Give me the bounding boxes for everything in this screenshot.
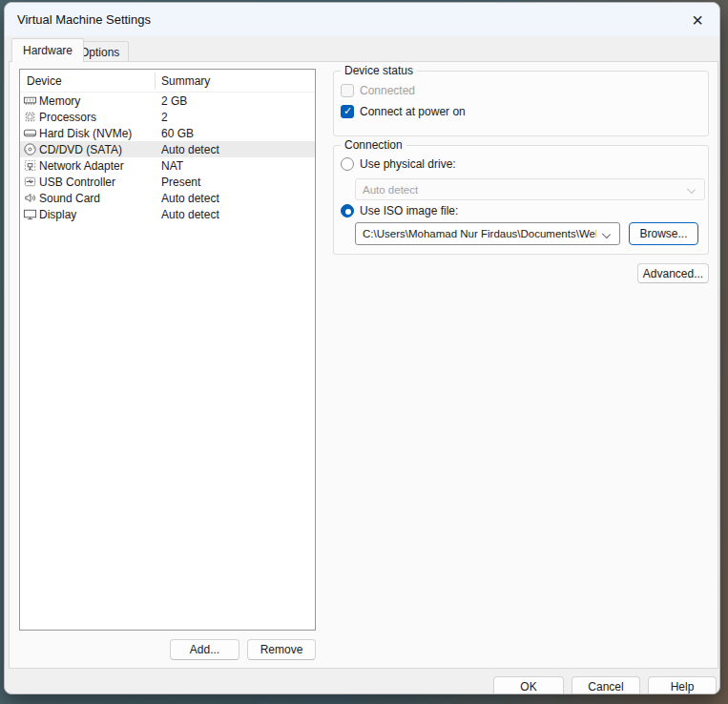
column-divider — [155, 72, 156, 90]
table-row[interactable]: Sound CardAuto detect — [20, 190, 315, 206]
device-rows: Memory2 GBProcessors2Hard Disk (NVMe)60 … — [20, 93, 315, 222]
virtual-machine-settings-dialog: Virtual Machine Settings × Hardware Opti… — [4, 2, 720, 694]
use-iso-image-label: Use ISO image file: — [360, 204, 458, 217]
device-status-group: Device status Connected Connect at power… — [333, 71, 709, 136]
device-summary: Auto detect — [161, 208, 219, 221]
sound-icon — [23, 191, 37, 205]
device-status-group-title: Device status — [341, 64, 417, 77]
add-button[interactable]: Add... — [170, 639, 239, 660]
device-summary: Auto detect — [161, 143, 219, 156]
device-name: Processors — [39, 111, 96, 124]
device-name: Display — [39, 208, 76, 221]
table-row[interactable]: CD/DVD (SATA)Auto detect — [20, 141, 315, 157]
use-physical-drive-radio[interactable] — [341, 157, 354, 171]
device-list-header: Device Summary — [20, 70, 315, 93]
window-title: Virtual Machine Settings — [17, 12, 151, 27]
device-name: USB Controller — [39, 176, 115, 189]
device-name: Sound Card — [39, 192, 100, 205]
table-row[interactable]: Network AdapterNAT — [20, 157, 315, 174]
advanced-button[interactable]: Advanced... — [637, 263, 709, 283]
help-button[interactable]: Help — [648, 676, 717, 694]
usb-icon — [23, 175, 37, 189]
physical-drive-value: Auto detect — [363, 184, 418, 196]
connected-row: Connected — [341, 84, 415, 97]
cd-dvd-icon — [23, 142, 37, 156]
table-row[interactable]: DisplayAuto detect — [20, 206, 315, 222]
table-row[interactable]: Memory2 GB — [20, 93, 315, 109]
iso-path-value: C:\Users\Mohamad Nur Firdaus\Documents\W… — [363, 228, 596, 239]
device-summary: 2 GB — [161, 94, 187, 108]
table-row[interactable]: USB ControllerPresent — [20, 174, 315, 190]
tab-hardware[interactable]: Hardware — [11, 38, 84, 62]
connection-group: Connection Use physical drive: Auto dete… — [333, 145, 709, 255]
table-row[interactable]: Processors2 — [20, 109, 315, 125]
connection-group-title: Connection — [341, 138, 406, 152]
device-summary: 60 GB — [161, 127, 194, 140]
processor-icon — [23, 110, 37, 124]
physical-drive-select[interactable]: Auto detect — [355, 178, 705, 200]
device-summary: NAT — [161, 159, 183, 173]
chevron-down-icon — [687, 185, 696, 194]
cancel-button[interactable]: Cancel — [572, 676, 640, 694]
device-name: Hard Disk (NVMe) — [39, 127, 132, 140]
device-name: CD/DVD (SATA) — [39, 143, 122, 156]
device-summary: 2 — [161, 111, 168, 124]
hardware-tab-page: Device Summary Memory2 GBProcessors2Hard… — [9, 61, 718, 669]
connect-at-power-on-label: Connect at power on — [360, 105, 466, 118]
device-list: Device Summary Memory2 GBProcessors2Hard… — [19, 69, 316, 631]
title-bar: Virtual Machine Settings × — [5, 3, 719, 36]
device-name: Memory — [39, 94, 80, 108]
use-physical-drive-row: Use physical drive: — [341, 157, 456, 171]
device-summary: Auto detect — [161, 192, 219, 205]
column-header-summary: Summary — [161, 74, 210, 88]
hard-disk-icon — [23, 126, 37, 140]
close-icon[interactable]: × — [685, 8, 710, 32]
connect-at-power-on-checkbox[interactable] — [341, 105, 354, 118]
desktop-background: { "window": { "title": "Virtual Machine … — [0, 0, 728, 704]
device-summary: Present — [161, 176, 200, 189]
memory-icon — [23, 93, 37, 108]
connected-checkbox[interactable] — [341, 84, 354, 97]
device-name: Network Adapter — [39, 159, 124, 173]
iso-path-combobox[interactable]: C:\Users\Mohamad Nur Firdaus\Documents\W… — [355, 222, 620, 245]
display-icon — [23, 207, 37, 221]
use-iso-image-row: Use ISO image file: — [341, 204, 458, 217]
column-header-device: Device — [27, 74, 62, 88]
use-physical-drive-label: Use physical drive: — [360, 157, 456, 171]
connect-at-power-on-row: Connect at power on — [341, 105, 466, 118]
browse-button[interactable]: Browse... — [629, 222, 698, 245]
use-iso-image-radio[interactable] — [341, 204, 354, 217]
remove-button[interactable]: Remove — [247, 639, 316, 660]
network-adapter-icon — [23, 158, 37, 173]
chevron-down-icon — [602, 230, 611, 238]
table-row[interactable]: Hard Disk (NVMe)60 GB — [20, 125, 315, 141]
connected-label: Connected — [360, 84, 415, 97]
ok-button[interactable]: OK — [493, 676, 564, 694]
